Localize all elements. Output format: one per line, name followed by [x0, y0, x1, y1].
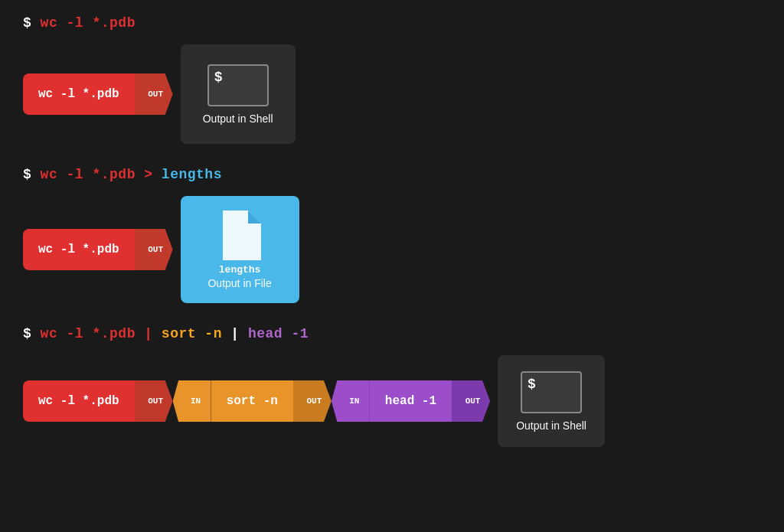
out-label-1: OUT [148, 90, 163, 99]
cmd-text-3c: | [222, 326, 248, 341]
dollar-3: $ [23, 326, 41, 341]
dollar-1: $ [23, 15, 41, 31]
cmd-text-2a: wc -l *.pdb > [41, 167, 162, 182]
command-line-2: $ wc -l *.pdb > lengths [23, 167, 761, 182]
shell-box-1: $ Output in Shell [181, 44, 296, 144]
out-label-3c: OUT [466, 397, 481, 406]
out-arrow-3b: OUT [293, 380, 332, 422]
out-label-3b: OUT [306, 397, 322, 406]
file-icon [219, 211, 261, 260]
shell-label-3: Output in Shell [516, 419, 586, 432]
file-label: Output in File [207, 277, 271, 289]
cmd-text-3d: head -1 [248, 326, 309, 341]
in-label-orange: IN [191, 397, 201, 406]
section1: $ wc -l *.pdb wc -l *.pdb OUT $ Output i… [23, 15, 761, 144]
cmd-pill-3b: sort -n [211, 380, 293, 422]
cmd-pill-1: wc -l *.pdb [23, 73, 135, 115]
out-arrow-2: OUT [135, 229, 173, 270]
out-arrow-3a: OUT [135, 380, 173, 422]
pipeline-1: wc -l *.pdb OUT $ Output in Shell [23, 44, 761, 144]
terminal-window-1: $ [207, 64, 269, 106]
pipeline-2: wc -l *.pdb OUT lengths Output in File [23, 196, 761, 303]
in-notch-purple: IN [332, 380, 370, 422]
in-label-purple: IN [349, 397, 359, 406]
cmd-pill-3c: head -1 [370, 380, 452, 422]
terminal-dollar-3: $ [528, 377, 536, 392]
shell-box-3: $ Output in Shell [498, 355, 605, 447]
cmd-text-3a: wc -l *.pdb | [41, 326, 162, 341]
in-notch-orange: IN [173, 380, 211, 422]
out-label-3a: OUT [148, 397, 163, 406]
command-line-3: $ wc -l *.pdb | sort -n | head -1 [23, 326, 761, 341]
cmd-text-3b: sort -n [162, 326, 222, 341]
dollar-2: $ [23, 167, 41, 182]
out-arrow-3c: OUT [452, 380, 490, 422]
section2: $ wc -l *.pdb > lengths wc -l *.pdb OUT … [23, 167, 761, 303]
terminal-dollar-1: $ [214, 70, 223, 85]
file-name: lengths [219, 264, 261, 276]
terminal-window-3: $ [521, 371, 582, 413]
cmd-pill-2: wc -l *.pdb [23, 229, 135, 270]
out-arrow-1: OUT [135, 73, 173, 115]
cmd-pill-3a: wc -l *.pdb [23, 380, 135, 422]
file-box: lengths Output in File [181, 196, 299, 303]
section3: $ wc -l *.pdb | sort -n | head -1 wc -l … [23, 326, 761, 447]
pipeline-3: wc -l *.pdb OUT IN sort -n OUT IN head -… [23, 355, 761, 447]
out-label-2: OUT [148, 245, 163, 254]
command-line-1: $ wc -l *.pdb [23, 15, 761, 31]
cmd-text-1: wc -l *.pdb [41, 15, 136, 31]
shell-label-1: Output in Shell [203, 113, 273, 125]
cmd-text-2b: lengths [162, 167, 222, 182]
